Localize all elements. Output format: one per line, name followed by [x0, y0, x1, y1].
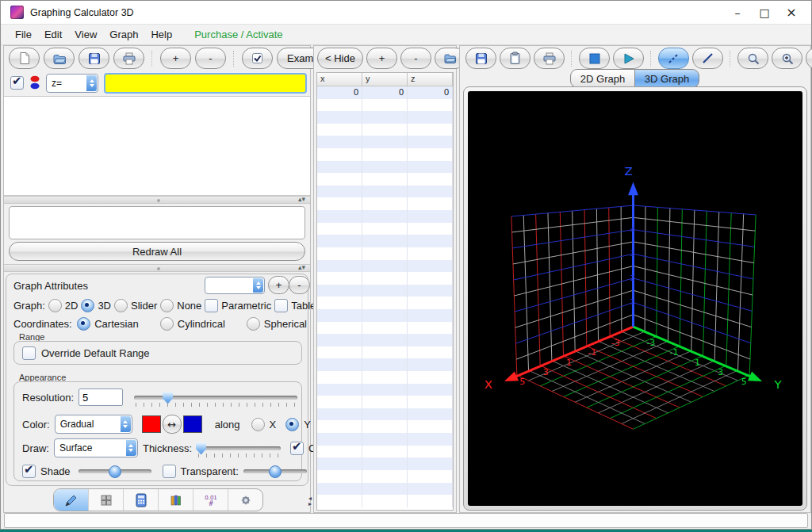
color-mode-select[interactable]: Gradual	[55, 415, 132, 434]
override-range-checkbox[interactable]	[22, 346, 36, 360]
tool-number-format-button[interactable]: 0.01#	[193, 489, 228, 511]
tool-settings-button[interactable]	[228, 489, 262, 511]
attr-plus-button[interactable]: +	[268, 276, 289, 294]
table-cell[interactable]	[317, 446, 362, 458]
panel-divider-handle[interactable]: ◂▸	[307, 496, 313, 507]
table-row[interactable]	[317, 111, 453, 124]
table-cell[interactable]: 0	[362, 86, 408, 99]
table-row[interactable]	[317, 470, 453, 483]
transparent-slider-thumb[interactable]	[269, 465, 282, 478]
table-cell[interactable]	[362, 384, 408, 396]
table-cell[interactable]	[317, 396, 362, 408]
tool-calculator-button[interactable]	[124, 489, 159, 511]
table-cell[interactable]	[362, 111, 408, 124]
table-cell[interactable]	[362, 358, 408, 371]
table-cell[interactable]	[362, 396, 408, 408]
graph-save-button[interactable]	[465, 48, 496, 69]
table-cell[interactable]	[362, 210, 408, 223]
table-cell[interactable]	[317, 136, 362, 148]
menu-graph[interactable]: Graph	[109, 29, 138, 40]
table-row[interactable]	[317, 223, 453, 235]
table-cell[interactable]	[408, 173, 453, 186]
table-cell[interactable]	[408, 433, 453, 446]
table-cell[interactable]	[362, 197, 408, 210]
table-row[interactable]	[317, 247, 453, 260]
equation-enabled-checkbox[interactable]	[10, 76, 24, 90]
print-button[interactable]	[113, 48, 144, 69]
table-cell[interactable]	[408, 136, 453, 148]
clip-checkbox[interactable]	[290, 442, 304, 455]
menu-help[interactable]: Help	[151, 29, 172, 40]
table-cell[interactable]	[408, 223, 453, 235]
check-all-button[interactable]	[242, 48, 273, 69]
table-cell[interactable]	[362, 124, 408, 136]
table-cell[interactable]	[317, 260, 362, 273]
radio-cartesian[interactable]	[77, 317, 90, 331]
table-cell[interactable]	[408, 446, 453, 458]
table-cell[interactable]	[317, 420, 362, 433]
table-row[interactable]	[317, 297, 453, 309]
graph-print-button[interactable]	[534, 48, 565, 69]
table-cell[interactable]	[317, 247, 362, 260]
preset-select[interactable]	[205, 277, 265, 294]
table-cell[interactable]	[408, 99, 453, 112]
tool-equations-button[interactable]	[54, 489, 89, 511]
table-row[interactable]	[317, 433, 453, 446]
table-row[interactable]	[317, 483, 453, 496]
table-row[interactable]	[317, 384, 453, 396]
message-box[interactable]	[9, 206, 305, 239]
transparent-checkbox[interactable]	[163, 465, 176, 478]
swap-colors-button[interactable]: ↔	[163, 415, 182, 434]
table-cell[interactable]	[317, 173, 362, 186]
table-cell[interactable]	[408, 396, 453, 408]
tab-2d-graph[interactable]: 2D Graph	[570, 69, 635, 88]
table-cell[interactable]	[408, 272, 453, 285]
table-cell[interactable]: 0	[317, 86, 362, 99]
table-cell[interactable]	[408, 483, 453, 496]
graph-3d-scene[interactable]: XYZ-3-1135-3-11351234	[468, 91, 802, 506]
table-row[interactable]	[317, 272, 453, 285]
table-cell[interactable]	[408, 470, 453, 483]
table-cell[interactable]	[317, 433, 362, 446]
table-cell[interactable]	[408, 420, 453, 433]
table-cell[interactable]	[317, 210, 362, 223]
table-row[interactable]	[317, 197, 453, 210]
zoom-in-button[interactable]	[772, 48, 802, 69]
table-cell[interactable]	[362, 334, 408, 346]
table-row[interactable]	[317, 148, 453, 161]
remove-equation-button[interactable]: -	[195, 48, 226, 69]
table-cell[interactable]	[317, 297, 362, 309]
table-cell[interactable]	[408, 111, 453, 124]
menu-view[interactable]: View	[75, 29, 97, 40]
table-cell[interactable]	[408, 346, 453, 359]
table-cell[interactable]	[317, 470, 362, 483]
table-row[interactable]	[317, 285, 453, 297]
table-cell[interactable]	[317, 457, 362, 470]
table-cell[interactable]	[317, 309, 362, 322]
tool-grid-button[interactable]	[89, 489, 124, 511]
table-cell[interactable]	[408, 247, 453, 260]
open-button[interactable]	[44, 48, 75, 69]
table-cell[interactable]	[408, 197, 453, 210]
menu-file[interactable]: File	[15, 29, 32, 40]
table-minus-button[interactable]: -	[400, 48, 431, 69]
equation-list[interactable]	[4, 96, 310, 196]
table-cell[interactable]	[362, 408, 408, 421]
thickness-slider[interactable]	[197, 446, 281, 450]
table-row[interactable]	[317, 358, 453, 371]
parametric-checkbox[interactable]	[205, 299, 218, 312]
equation-color-icon[interactable]	[29, 75, 40, 91]
table-row[interactable]	[317, 161, 453, 174]
table-row[interactable]	[317, 408, 453, 421]
table-cell[interactable]	[362, 309, 408, 322]
transparent-slider[interactable]	[243, 469, 307, 473]
table-row[interactable]	[317, 495, 453, 507]
table-cell[interactable]	[362, 272, 408, 285]
radio-along-y[interactable]	[285, 418, 299, 431]
table-cell[interactable]	[408, 297, 453, 309]
table-cell[interactable]	[362, 136, 408, 148]
table-cell[interactable]	[362, 260, 408, 273]
table-row[interactable]	[317, 346, 453, 359]
table-cell[interactable]	[408, 210, 453, 223]
close-button[interactable]: ×	[778, 2, 805, 24]
